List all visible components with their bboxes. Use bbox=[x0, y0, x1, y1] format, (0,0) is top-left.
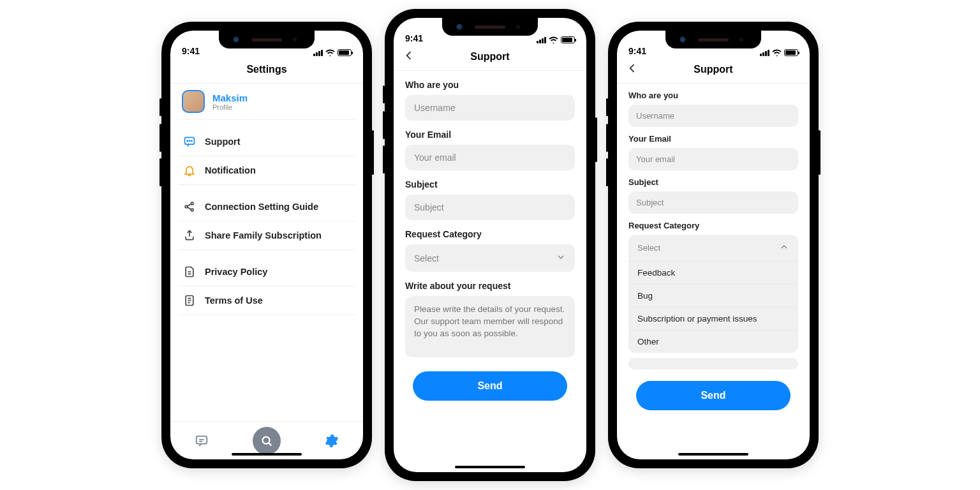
category-select[interactable]: Select bbox=[405, 244, 575, 272]
wifi-icon bbox=[772, 49, 782, 56]
svg-point-4 bbox=[185, 205, 188, 208]
subject-input[interactable] bbox=[405, 195, 575, 220]
profile-name: Maksim bbox=[212, 93, 248, 103]
message-textarea[interactable] bbox=[405, 296, 575, 357]
category-dropdown: Select Feedback Bug Subscription or paym… bbox=[628, 235, 798, 353]
battery-icon bbox=[784, 49, 798, 56]
page-title: Support bbox=[694, 64, 732, 75]
document-list-icon bbox=[182, 294, 197, 307]
wifi-icon bbox=[549, 36, 558, 43]
home-indicator bbox=[232, 453, 302, 456]
email-input[interactable] bbox=[405, 145, 575, 170]
settings-item-notification[interactable]: Notification bbox=[178, 156, 355, 185]
signal-icon bbox=[537, 37, 546, 43]
home-indicator bbox=[455, 466, 525, 468]
signal-icon bbox=[313, 50, 323, 56]
subject-label: Subject bbox=[628, 177, 798, 187]
category-option-payment[interactable]: Subscription or payment issues bbox=[628, 308, 798, 330]
settings-label: Share Family Subscription bbox=[205, 230, 322, 241]
signal-icon bbox=[760, 50, 769, 56]
settings-label: Connection Setting Guide bbox=[205, 202, 318, 212]
upload-icon bbox=[182, 229, 197, 242]
status-time: 9:41 bbox=[405, 33, 423, 43]
settings-item-support[interactable]: Support bbox=[178, 128, 355, 156]
profile-sub: Profile bbox=[212, 103, 248, 111]
category-option-feedback[interactable]: Feedback bbox=[628, 262, 798, 285]
document-icon bbox=[182, 265, 197, 278]
email-label: Your Email bbox=[628, 134, 798, 144]
chevron-up-icon bbox=[779, 242, 789, 254]
who-label: Who are you bbox=[405, 80, 575, 90]
svg-point-6 bbox=[191, 209, 193, 211]
settings-label: Terms of Use bbox=[205, 295, 263, 306]
tab-search[interactable] bbox=[253, 427, 281, 455]
settings-label: Privacy Policy bbox=[205, 267, 267, 277]
battery-icon bbox=[561, 36, 575, 43]
bell-icon bbox=[182, 164, 197, 177]
category-placeholder: Select bbox=[637, 243, 660, 253]
email-label: Your Email bbox=[405, 130, 575, 140]
tab-messages[interactable] bbox=[190, 429, 213, 452]
subject-input[interactable] bbox=[628, 191, 798, 214]
avatar bbox=[182, 90, 205, 113]
tab-settings[interactable] bbox=[320, 429, 343, 452]
home-indicator bbox=[678, 453, 748, 456]
settings-item-privacy[interactable]: Privacy Policy bbox=[178, 258, 355, 286]
username-input[interactable] bbox=[405, 95, 575, 121]
back-button[interactable] bbox=[626, 62, 639, 77]
category-label: Request Category bbox=[628, 221, 798, 230]
category-label: Request Category bbox=[405, 229, 575, 239]
chat-icon bbox=[182, 135, 197, 148]
support-dropdown-phone: 9:41 Support Who are you Your Email Subj… bbox=[608, 22, 819, 468]
share-nodes-icon bbox=[182, 200, 197, 213]
svg-point-1 bbox=[187, 140, 188, 141]
category-option-other[interactable]: Other bbox=[628, 330, 798, 353]
message-textarea-peek bbox=[628, 358, 798, 369]
status-time: 9:41 bbox=[628, 46, 646, 56]
battery-icon bbox=[338, 49, 352, 56]
svg-point-5 bbox=[191, 202, 193, 205]
page-title: Settings bbox=[170, 56, 363, 84]
settings-item-guide[interactable]: Connection Setting Guide bbox=[178, 193, 355, 221]
category-option-bug[interactable]: Bug bbox=[628, 285, 798, 308]
page-title: Support bbox=[470, 51, 509, 62]
settings-phone: 9:41 Settings Maksim Profile bbox=[161, 22, 372, 468]
email-input[interactable] bbox=[628, 148, 798, 170]
svg-point-9 bbox=[263, 436, 270, 443]
profile-row[interactable]: Maksim Profile bbox=[178, 84, 355, 120]
send-button[interactable]: Send bbox=[413, 371, 567, 401]
message-label: Write about your request bbox=[405, 281, 575, 291]
svg-point-3 bbox=[191, 140, 192, 141]
send-button[interactable]: Send bbox=[636, 381, 791, 410]
settings-item-share[interactable]: Share Family Subscription bbox=[178, 221, 355, 250]
wifi-icon bbox=[325, 49, 335, 56]
settings-label: Notification bbox=[205, 165, 256, 175]
settings-item-terms[interactable]: Terms of Use bbox=[178, 286, 355, 315]
subject-label: Subject bbox=[405, 179, 575, 189]
back-button[interactable] bbox=[403, 49, 415, 64]
who-label: Who are you bbox=[628, 91, 798, 100]
chevron-down-icon bbox=[556, 252, 566, 264]
settings-label: Support bbox=[205, 137, 241, 147]
svg-point-2 bbox=[189, 140, 189, 141]
username-input[interactable] bbox=[628, 105, 798, 127]
status-time: 9:41 bbox=[182, 46, 200, 56]
category-placeholder: Select bbox=[414, 253, 439, 264]
support-phone: 9:41 Support Who are you Your Email Subj… bbox=[385, 9, 595, 481]
category-select[interactable]: Select bbox=[628, 235, 798, 262]
